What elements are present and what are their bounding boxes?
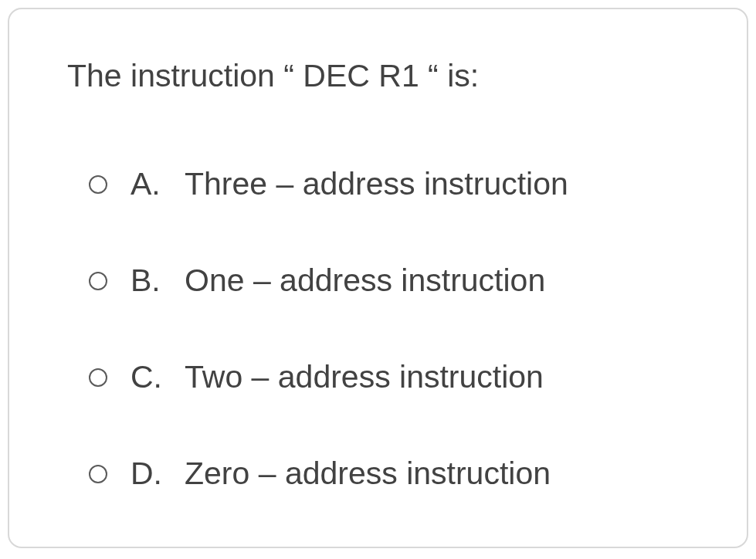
radio-icon[interactable] [89,272,107,290]
radio-icon[interactable] [89,465,107,483]
question-card: The instruction “ DEC R1 “ is: A. Three … [8,8,748,548]
question-text: The instruction “ DEC R1 “ is: [67,56,689,97]
option-text: Two – address instruction [185,359,544,395]
option-text: Zero – address instruction [185,456,551,492]
option-letter: A. [131,166,185,202]
option-text: One – address instruction [185,263,545,299]
option-b[interactable]: B. One – address instruction [89,263,689,299]
option-d[interactable]: D. Zero – address instruction [89,456,689,492]
option-letter: B. [131,263,185,299]
option-letter: C. [131,359,185,395]
option-c[interactable]: C. Two – address instruction [89,359,689,395]
option-text: Three – address instruction [185,166,568,202]
radio-icon[interactable] [89,368,107,387]
option-a[interactable]: A. Three – address instruction [89,166,689,202]
options-list: A. Three – address instruction B. One – … [67,166,689,492]
radio-icon[interactable] [89,175,107,194]
option-letter: D. [131,456,185,492]
